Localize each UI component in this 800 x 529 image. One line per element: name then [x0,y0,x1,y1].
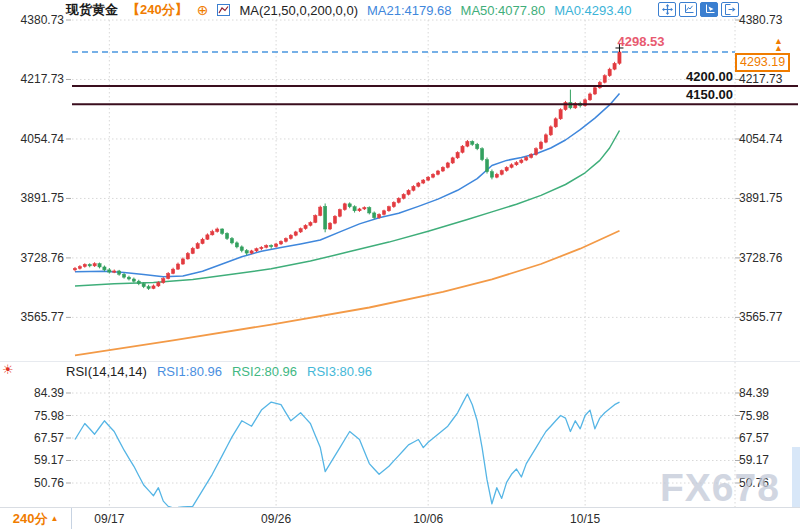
rsi-axis-label-left: 50.76 [2,476,64,490]
rsi-axis-label-left: 84.39 [2,386,64,400]
price-axis-label-right: 4054.74 [739,132,797,146]
price-up-arrows-icon: ▲▲ [774,38,783,51]
price-axis-label-right: 3728.76 [739,251,797,265]
price-level-label: 4150.00 [610,88,733,102]
rsi-axis-label-right: 67.57 [739,431,797,445]
indicator-settings-icon[interactable]: ☀ [2,362,14,377]
timeframe-selector-label: 240分 [13,510,48,528]
price-axis-label-left: 4217.73 [2,72,64,86]
date-axis-label: 10/06 [404,512,452,526]
price-axis-label-left: 4380.73 [2,13,64,27]
rsi-axis-label-right: 84.39 [739,386,797,400]
price-axis-label-right: 3565.77 [739,310,797,324]
ma21-value: MA21:4179.68 [367,3,452,18]
session-high-label: 4298.53 [606,34,676,49]
price-axis-label-left: 3565.77 [2,310,64,324]
price-level-label: 4200.00 [610,70,733,84]
price-axis-label-right: 3891.75 [739,191,797,205]
rsi-legend: RSI(14,14,14) RSI1:80.96 RSI2:80.96 RSI3… [66,363,372,379]
line-chart-icon[interactable] [217,4,230,16]
ma-settings-label: MA(21,50,0,200,0,0) [239,3,358,18]
rsi-axis-label-right: 75.98 [739,409,797,423]
price-axis-label-left: 3728.76 [2,251,64,265]
rsi-axis-label-left: 59.17 [2,453,64,467]
rsi2-value: RSI2:80.96 [232,364,297,379]
chart-toolbar [658,2,739,17]
pointer-tool-button[interactable] [700,2,718,17]
rsi-axis-label-left: 67.57 [2,431,64,445]
rsi3-value: RSI3:80.96 [307,364,372,379]
timeframe-selector[interactable]: 240分 ▲ [0,508,72,529]
price-axis-label-left: 4054.74 [2,132,64,146]
price-axis-label-right: 4380.73 [739,13,797,27]
bottom-axis-bar: 240分 ▲ 09/1709/2610/0610/15 [0,507,800,529]
current-price-badge: 4293.19 [735,53,790,72]
detach-tool-button[interactable] [721,2,739,17]
rsi1-value: RSI1:80.96 [157,364,222,379]
date-axis-label: 10/15 [561,512,609,526]
ma0-value: MA0:4293.40 [554,3,631,18]
price-axis-label-right: 4217.73 [739,72,797,86]
date-axis-label: 09/17 [85,512,133,526]
timeframe-up-arrow-icon: ▲ [50,515,58,523]
pointer-icon [704,4,715,15]
rsi-axis-label-right: 50.76 [739,476,797,490]
rsi-settings-label: RSI(14,14,14) [66,364,147,379]
date-axis-label: 09/26 [252,512,300,526]
rsi-axis-label-left: 75.98 [2,409,64,423]
symbol-name: 现货黄金 [66,1,118,19]
axis-scale-icon [683,4,694,15]
chart-legend: 现货黄金 【240分】 ⊕ MA(21,50,0,200,0,0) MA21:4… [66,1,631,19]
axis-scale-tool-button[interactable] [679,2,697,17]
price-axis-label-left: 3891.75 [2,191,64,205]
ma50-value: MA50:4077.80 [461,3,546,18]
pan-tool-button[interactable] [658,2,676,17]
chart-app-window: 现货黄金 【240分】 ⊕ MA(21,50,0,200,0,0) MA21:4… [0,0,800,529]
pan-icon [662,4,673,15]
rsi-axis-label-right: 59.17 [739,453,797,467]
timeframe-label: 【240分】 [127,1,188,19]
circle-plus-icon[interactable]: ⊕ [197,2,209,18]
detach-icon [724,4,736,15]
